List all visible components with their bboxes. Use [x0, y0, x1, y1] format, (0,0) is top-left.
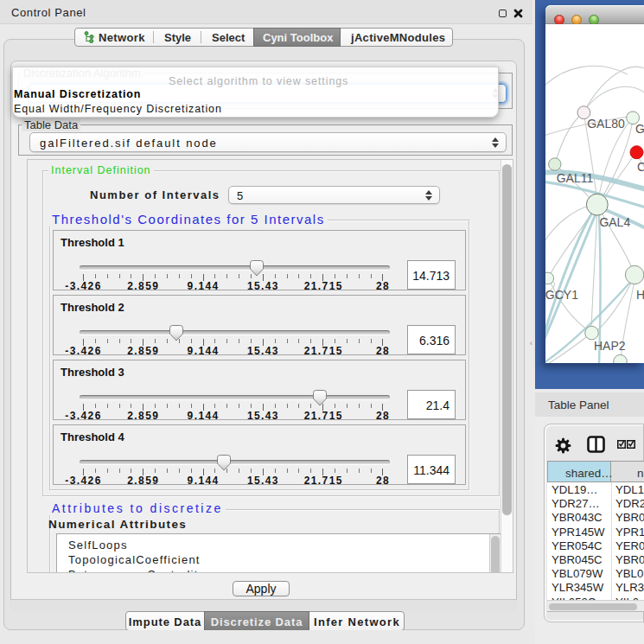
- svg-text:GAL4: GAL4: [599, 215, 630, 229]
- svg-text:GAL11: GAL11: [557, 171, 594, 185]
- svg-text:HAP2: HAP2: [594, 339, 626, 353]
- svg-text:H: H: [636, 288, 644, 302]
- svg-text:GCY1: GCY1: [545, 288, 578, 302]
- svg-text:GAL80: GAL80: [587, 117, 625, 131]
- svg-text:C: C: [637, 160, 644, 174]
- svg-text:GA: GA: [635, 122, 644, 136]
